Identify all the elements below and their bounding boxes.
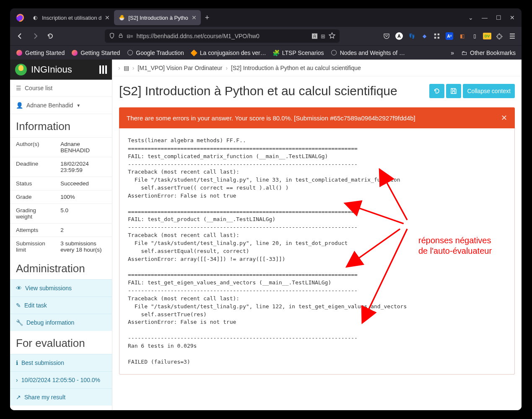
eye-icon: 👁: [16, 285, 22, 291]
ext-az-icon[interactable]: Aᶻ: [444, 30, 455, 42]
close-icon[interactable]: ✕: [501, 113, 507, 122]
link-label: Best submission: [21, 359, 64, 366]
collapse-context-button[interactable]: Collapse context: [463, 84, 515, 98]
ext-grid-icon[interactable]: [431, 30, 443, 42]
tab-inactive-0[interactable]: ◐ Inscription et utilisation d ✕: [28, 10, 114, 25]
eval-submission-entry[interactable]: ›10/02/2024 12:05:50 - 100.0%: [10, 371, 112, 388]
link-label: 10/02/2024 12:05:50 - 100.0%: [21, 377, 100, 383]
svg-rect-1: [119, 35, 122, 37]
bookmark-item[interactable]: 🔶La conjugaison des ver…: [188, 48, 269, 58]
brand-logo-icon: [15, 64, 27, 75]
section-title-info: Information: [10, 114, 112, 137]
window-dropdown-button[interactable]: ⌄: [464, 14, 478, 21]
user-icon: 👤: [16, 102, 23, 109]
qr-icon[interactable]: ⊞: [321, 33, 325, 39]
bookmark-item[interactable]: Getting Started: [69, 48, 122, 58]
translate-icon[interactable]: 🅰: [312, 33, 317, 39]
bookmark-label: LTSP Scenarios: [282, 49, 324, 56]
reload-task-button[interactable]: [429, 84, 444, 98]
admin-view-submissions-link[interactable]: 👁View submissions: [10, 279, 112, 297]
bookmark-label: Nodes and Weights of …: [340, 49, 405, 56]
window-minimize-button[interactable]: —: [478, 14, 492, 21]
brand-text: INGInious: [31, 64, 72, 75]
bookmark-star-icon[interactable]: [329, 32, 335, 40]
breadcrumb-course[interactable]: [M1_VPO] Vision Par Ordinateur: [138, 65, 222, 71]
list-icon: ☰: [16, 85, 21, 91]
link-label: Debug information: [26, 319, 74, 326]
tab-label: Inscription et utilisation d: [42, 15, 101, 21]
save-task-button[interactable]: [446, 84, 461, 98]
info-table: Author(s)Adnane BENHADID Deadline18/02/2…: [10, 137, 112, 256]
edit-icon: ✎: [16, 302, 21, 309]
svg-rect-3: [438, 34, 439, 35]
url-bar[interactable]: ⊟≡ https://benhadid.ddns.net/course/M1_V…: [105, 29, 340, 43]
sidebar-user-menu[interactable]: 👤 Adnane Benhadid ▼: [10, 97, 112, 114]
forward-button[interactable]: [29, 29, 42, 43]
bookmarks-bar: Getting Started Getting Started Google T…: [10, 45, 522, 60]
back-button[interactable]: [13, 29, 27, 43]
reload-button[interactable]: [44, 29, 57, 43]
bookmark-label: Google Traduction: [136, 49, 184, 56]
breadcrumb: › ▤ › [M1_VPO] Vision Par Ordinateur › […: [112, 60, 522, 76]
pocket-icon[interactable]: [381, 30, 392, 42]
page-title: [S2] Introduction à Python et au calcul …: [119, 84, 397, 98]
bookmark-item[interactable]: 🧩LTSP Scenarios: [270, 48, 327, 58]
section-title-eval: For evaluation: [10, 331, 112, 354]
close-icon[interactable]: ✕: [105, 14, 110, 21]
eval-share-link[interactable]: ↗Share my result: [10, 388, 112, 406]
window-maximize-button[interactable]: ☐: [492, 14, 506, 21]
chevron-right-icon: ›: [16, 377, 18, 383]
table-row: Grading weight5.0: [10, 204, 112, 224]
grid-icon[interactable]: ▤: [124, 65, 129, 71]
tab-label: [S2] Introduction à Pytho: [128, 15, 188, 21]
svg-rect-4: [434, 37, 436, 39]
bookmark-item[interactable]: Nodes and Weights of …: [328, 48, 407, 58]
close-icon[interactable]: ✕: [192, 14, 197, 21]
app-menu-button[interactable]: [506, 30, 518, 42]
bookmark-label: Getting Started: [25, 49, 65, 56]
sidebar-toggle-button[interactable]: [99, 65, 107, 74]
bookmark-item[interactable]: Google Traduction: [124, 48, 186, 58]
extensions-icon[interactable]: [494, 30, 506, 42]
eval-best-submission-link[interactable]: ℹBest submission: [10, 354, 112, 371]
window-close-button[interactable]: ✕: [506, 14, 519, 21]
ext-diamond-icon[interactable]: ◆: [418, 30, 430, 42]
info-icon: ℹ: [16, 359, 18, 366]
share-icon: ↗: [16, 394, 21, 401]
bookmark-label: Other Bookmarks: [470, 49, 516, 56]
link-label: Course list: [25, 85, 52, 91]
result-output: Tests(linear algebra methods) FF.F.. ===…: [128, 137, 506, 366]
alert-text: There are some errors in your answer. Yo…: [127, 115, 415, 122]
bookmark-label: La conjugaison des ver…: [200, 49, 266, 56]
score-alert: There are some errors in your answer. Yo…: [119, 107, 515, 128]
table-row: Grade100%: [10, 190, 112, 204]
brand-bar: INGInious: [10, 60, 112, 80]
other-bookmarks-button[interactable]: 🗀Other Bookmarks: [458, 48, 518, 58]
sidebar: INGInious ☰ Course list 👤 Adnane Benhadi…: [10, 60, 112, 410]
url-text: https://benhadid.ddns.net/course/M1_VPO/…: [136, 33, 309, 39]
table-row: Attempts2: [10, 224, 112, 237]
table-row: Author(s)Adnane BENHADID: [10, 138, 112, 157]
tab-active[interactable]: 🐣 [S2] Introduction à Pytho ✕: [114, 10, 200, 25]
bookmark-item[interactable]: Getting Started: [13, 48, 67, 58]
ext-doc-icon[interactable]: ▯: [469, 30, 480, 42]
bookmarks-overflow-button[interactable]: »: [448, 48, 457, 58]
result-output-box: Tests(linear algebra methods) FF.F.. ===…: [119, 128, 515, 375]
chevron-right-icon: ›: [118, 65, 120, 71]
svg-rect-5: [438, 37, 439, 39]
sidebar-course-list-link[interactable]: ☰ Course list: [10, 80, 112, 97]
table-row: StatusSucceeded: [10, 177, 112, 190]
new-tab-button[interactable]: +: [201, 13, 214, 22]
admin-debug-link[interactable]: 🔧Debug information: [10, 314, 112, 331]
svg-rect-2: [434, 34, 436, 35]
admin-edit-task-link[interactable]: ✎Edit task: [10, 297, 112, 314]
ext-cube-icon[interactable]: ◧: [456, 30, 468, 42]
favicon-icon: ◐: [32, 14, 39, 21]
ext-dv-icon[interactable]: DV: [481, 30, 493, 42]
favicon-icon: 🐣: [118, 14, 125, 21]
ext-a-icon[interactable]: A: [393, 30, 405, 42]
main-content: › ▤ › [M1_VPO] Vision Par Ordinateur › […: [112, 60, 522, 410]
shield-icon: [109, 33, 115, 40]
bookmark-label: Getting Started: [80, 49, 120, 56]
ext-gnome-icon[interactable]: 👣: [406, 30, 418, 42]
